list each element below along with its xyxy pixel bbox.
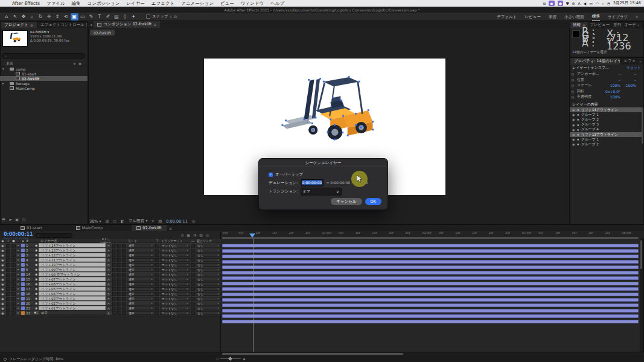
track-matte-select[interactable]: マットなし∨ — [160, 263, 190, 267]
workspace-tab[interactable]: デフォルト — [497, 13, 517, 21]
layer-switches[interactable] — [111, 253, 127, 257]
track-matte-select[interactable]: マットなし∨ — [160, 306, 190, 310]
spotlight-icon[interactable]: ⌕ — [602, 1, 604, 6]
input-source-icon[interactable]: A — [578, 1, 581, 6]
blend-mode-select[interactable]: 通常∨ — [127, 306, 155, 310]
shy-icon[interactable]: ◔ — [106, 263, 111, 267]
property-value[interactable]: – — [605, 72, 620, 76]
layer-switches[interactable] — [111, 302, 127, 305]
composition-mini-tab[interactable]: 02-forklift — [90, 30, 115, 36]
preserve-transparency-toggle[interactable] — [155, 292, 160, 296]
layer-contents-item[interactable]: ◉ ★ グループ 2 — [570, 142, 642, 147]
draft-3d-icon[interactable]: ▦ — [187, 233, 190, 238]
layer-duration-bar[interactable] — [222, 255, 639, 258]
menubar-clock[interactable]: 3月25日 15:46 — [613, 1, 641, 6]
property-value[interactable]: – — [605, 78, 620, 82]
layer-switches[interactable] — [111, 306, 127, 310]
parent-pickwhip-icon[interactable] — [190, 278, 196, 281]
solo-toggle[interactable] — [11, 302, 16, 305]
layer-contents-item[interactable]: ◉ ★ グループ 2 — [570, 117, 642, 122]
eye-icon[interactable]: ◉ — [572, 123, 575, 127]
roi-icon[interactable]: ⌗ — [151, 219, 154, 224]
shy-icon[interactable]: ◔ — [106, 292, 111, 296]
current-timecode[interactable]: 0:00:00:11 — [4, 232, 33, 237]
parent-pickwhip-icon[interactable] — [190, 258, 196, 262]
parent-pickwhip-icon[interactable] — [190, 292, 196, 296]
blend-mode-select[interactable]: 通常∨ — [127, 273, 155, 276]
project-tree-item[interactable]: 01-start — [0, 71, 88, 76]
eye-icon[interactable]: ◉ — [0, 249, 5, 252]
menubar-item[interactable]: コンポジション — [88, 1, 120, 7]
menubar-item[interactable]: エフェクト — [151, 1, 174, 7]
label-color-swatch[interactable] — [21, 287, 25, 291]
twirl-icon[interactable]: ▾ — [2, 67, 6, 71]
audio-toggle[interactable] — [5, 249, 11, 252]
layer-switches[interactable] — [111, 297, 127, 300]
layer-duration-bar[interactable] — [222, 265, 639, 269]
timeline-vertical-scrollbar[interactable] — [640, 239, 643, 352]
blend-mode-select[interactable]: 通常∨ — [127, 287, 155, 291]
snap-checkbox[interactable] — [146, 14, 150, 19]
motion-blur-icon[interactable]: ◎ — [206, 233, 209, 238]
hide-shy-layers-icon[interactable]: ◔ — [193, 233, 196, 238]
workspace-tab[interactable]: 標準 — [592, 13, 600, 21]
preserve-transparency-toggle[interactable] — [155, 244, 160, 247]
layer-switches[interactable] — [111, 263, 127, 267]
parent-pickwhip-icon[interactable] — [190, 306, 196, 310]
layer-switches[interactable] — [111, 278, 127, 281]
solo-toggle[interactable] — [11, 268, 16, 272]
eye-icon[interactable]: ◉ — [0, 244, 5, 247]
layer-switches[interactable] — [111, 268, 127, 272]
layer-duration-bar[interactable] — [222, 276, 639, 280]
layer-switches[interactable] — [111, 273, 127, 276]
workspace-tab[interactable]: 学習 — [549, 13, 556, 21]
new-folder-icon[interactable]: ▰ — [9, 217, 12, 221]
timeline-tab[interactable]: MainComp — [71, 225, 108, 232]
shy-icon[interactable]: ◔ — [106, 306, 111, 310]
blend-mode-select[interactable]: 通常∨ — [127, 268, 155, 272]
audio-toggle[interactable] — [5, 297, 11, 300]
layer-name[interactable]: リフト01アウトライン — [39, 306, 106, 310]
snap-features-icon[interactable]: ⧉ — [174, 14, 177, 19]
parent-select[interactable]: なし∨ — [196, 258, 221, 262]
stopwatch-icon[interactable]: ◷ — [571, 95, 577, 99]
number-column-label[interactable]: # — [25, 239, 34, 243]
twirl-icon[interactable]: ▸ — [16, 311, 21, 314]
layer-name[interactable]: リフト02アウトライン — [39, 301, 106, 305]
layer-row[interactable]: ◉ ▸ 22 ✱⚿ 背景 ◔ 通常∨ マットなし∨ なし∨ — [0, 311, 221, 316]
transparency-grid-icon[interactable]: ▨ — [158, 219, 162, 224]
layer-duration-bar[interactable] — [222, 303, 639, 307]
label-color-swatch[interactable] — [21, 282, 25, 286]
track-matte-select[interactable]: マットなし∨ — [160, 244, 190, 247]
panel-menu-icon[interactable]: ≡ — [169, 226, 172, 230]
parent-pickwhip-icon[interactable] — [190, 282, 196, 286]
track-matte-select[interactable]: マットなし∨ — [160, 258, 190, 262]
preserve-transparency-toggle[interactable] — [155, 297, 160, 300]
blend-mode-select[interactable]: 通常∨ — [127, 302, 155, 305]
eye-icon[interactable]: ◉ — [0, 297, 5, 300]
parent-pickwhip-icon[interactable] — [190, 297, 196, 300]
blend-mode-select[interactable]: 通常∨ — [127, 292, 155, 296]
audio-toggle[interactable] — [5, 258, 11, 262]
label-color-swatch[interactable] — [21, 311, 25, 315]
tab-effects[interactable]: エフェ — [620, 58, 639, 65]
layer-name-column-label[interactable]: レイヤー名 — [39, 239, 100, 243]
rotation-tool[interactable]: ⟲ — [62, 13, 70, 21]
property-value-2[interactable]: 100% — [620, 83, 636, 87]
layer-duration-bar[interactable] — [222, 293, 639, 296]
project-tree-item[interactable]: ▸ footage — [0, 81, 88, 86]
solo-toggle[interactable] — [11, 273, 16, 276]
text-tool[interactable]: T — [96, 13, 104, 21]
solo-toggle[interactable] — [11, 292, 16, 296]
label-color-swatch[interactable] — [21, 292, 25, 296]
layer-name[interactable]: 背景 — [39, 311, 106, 315]
parent-pickwhip-icon[interactable] — [190, 287, 196, 291]
layer-contents-item[interactable]: ◉ ★ グループ 1 — [570, 137, 642, 142]
eye-icon[interactable]: ◉ — [0, 306, 5, 310]
blend-mode-select[interactable]: 通常∨ — [127, 278, 155, 281]
selection-tool[interactable]: ↖ — [11, 13, 19, 21]
horizontal-scrollbar-thumb[interactable] — [222, 353, 403, 355]
layer-contents-item[interactable]: ◉ ★ リフト14アウトライン — [570, 107, 642, 112]
timeline-tab[interactable]: 02-forklift — [132, 225, 167, 232]
parent-select[interactable]: なし∨ — [196, 282, 221, 286]
